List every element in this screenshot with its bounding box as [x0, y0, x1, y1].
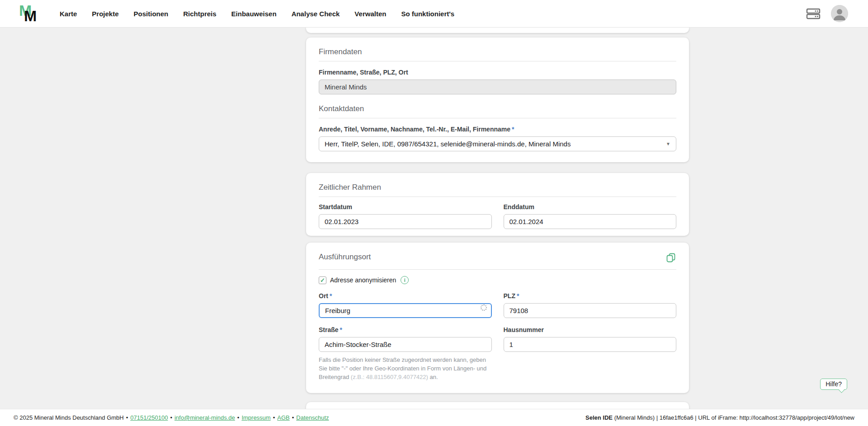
footer-link-datenschutz[interactable]: Datenschutz	[296, 414, 329, 421]
card-ausfuehrungsort: Ausführungsort ✓ Adresse anonymisieren i	[306, 243, 689, 393]
hausnummer-input[interactable]	[504, 337, 677, 352]
footer-left: © 2025 Mineral Minds Deutschland GmbH • …	[14, 414, 329, 421]
nav-item-so-funktionierts[interactable]: So funktioniert's	[401, 10, 454, 18]
form-content: Firmendaten Firmenname, Straße, PLZ, Ort…	[306, 28, 689, 415]
hausnummer-label: Hausnummer	[504, 326, 677, 334]
required-asterisk: *	[512, 126, 514, 133]
strasse-label: Straße*	[319, 326, 492, 334]
plz-label-text: PLZ	[504, 292, 515, 300]
nav-item-analyse-check[interactable]: Analyse Check	[292, 10, 340, 18]
server-icon[interactable]	[805, 5, 822, 22]
nav-item-positionen[interactable]: Positionen	[134, 10, 169, 18]
ort-input[interactable]	[319, 303, 492, 318]
contact-field-label: Anrede, Titel, Vorname, Nachname, Tel.-N…	[319, 126, 676, 133]
copy-icon[interactable]	[666, 253, 676, 265]
nav-item-richtpreis[interactable]: Richtpreis	[183, 10, 216, 18]
info-icon[interactable]: i	[401, 276, 409, 284]
startdatum-input[interactable]	[319, 214, 492, 229]
enddatum-input[interactable]	[504, 214, 677, 229]
checkmark-icon: ✓	[320, 277, 325, 283]
footer-separator: •	[237, 414, 240, 421]
hint-suffix: an.	[428, 374, 438, 380]
strasse-input[interactable]	[319, 337, 492, 352]
ort-field: Ort*	[319, 284, 492, 318]
anonymize-label[interactable]: Adresse anonymisieren	[330, 276, 396, 284]
divider	[319, 118, 676, 118]
mineral-minds-logo[interactable]: M M	[19, 2, 40, 25]
zeitraum-title: Zeitlicher Rahmen	[319, 183, 676, 192]
firmendaten-title: Firmendaten	[319, 47, 676, 56]
hint-example: (z.B.: 48.8115607,9.4077422)	[351, 374, 428, 380]
contact-select-value: Herr, TitelP, Selen, IDE, 0987/654321, s…	[325, 140, 571, 148]
plz-field: PLZ*	[504, 284, 677, 318]
kontaktdaten-title: Kontaktdaten	[319, 104, 676, 113]
help-button-label: Hilfe?	[826, 380, 842, 388]
footer-link-impressum[interactable]: Impressum	[241, 414, 270, 421]
footer-link-agb[interactable]: AGB	[277, 414, 289, 421]
ort-label: Ort*	[319, 292, 492, 300]
navbar: M M Karte Projekte Positionen Richtpreis…	[0, 0, 868, 28]
nav-item-karte[interactable]: Karte	[60, 10, 77, 18]
footer-separator: •	[273, 414, 275, 421]
contact-field-label-text: Anrede, Titel, Vorname, Nachname, Tel.-N…	[319, 126, 510, 133]
user-avatar[interactable]	[831, 5, 848, 22]
nav-item-verwalten[interactable]: Verwalten	[354, 10, 386, 18]
footer-copyright: © 2025 Mineral Minds Deutschland GmbH	[14, 414, 124, 421]
required-asterisk: *	[330, 292, 332, 300]
navbar-right	[805, 5, 848, 22]
info-icon-glyph: i	[404, 277, 406, 283]
plz-label: PLZ*	[504, 292, 677, 300]
nav-item-einbauweisen[interactable]: Einbauweisen	[231, 10, 277, 18]
main-nav: Karte Projekte Positionen Richtpreis Ein…	[60, 10, 454, 18]
strasse-hint: Falls die Position keiner Straße zugeord…	[319, 356, 492, 381]
anonymize-checkbox[interactable]: ✓	[319, 276, 326, 284]
contact-select[interactable]: Herr, TitelP, Selen, IDE, 0987/654321, s…	[319, 136, 676, 151]
chevron-down-icon: ▼	[666, 141, 670, 146]
footer-separator: •	[126, 414, 128, 421]
help-bubble-tail	[839, 387, 844, 393]
enddatum-field: Enddatum	[504, 197, 677, 229]
company-input[interactable]	[319, 80, 676, 94]
required-asterisk: *	[517, 292, 519, 300]
footer-separator: •	[170, 414, 172, 421]
plz-input[interactable]	[504, 303, 677, 318]
help-button[interactable]: Hilfe?	[820, 379, 847, 390]
footer-app-name: Selen IDE	[585, 414, 613, 421]
divider	[319, 269, 676, 270]
card-zeitlicher-rahmen: Zeitlicher Rahmen Startdatum Enddatum	[306, 173, 689, 236]
nav-item-projekte[interactable]: Projekte	[92, 10, 118, 18]
ort-label-text: Ort	[319, 292, 328, 300]
footer-link-phone[interactable]: 07151/250100	[130, 414, 168, 421]
footer-app-details: (Mineral Minds) | 16fae1ffc6a6 | URL of …	[613, 414, 854, 421]
ausfuehrungsort-title: Ausführungsort	[319, 253, 371, 262]
footer-link-email[interactable]: info@mineral-minds.de	[175, 414, 235, 421]
company-field-label: Firmenname, Straße, PLZ, Ort	[319, 69, 676, 76]
divider	[319, 61, 676, 61]
footer: © 2025 Mineral Minds Deutschland GmbH • …	[0, 409, 868, 426]
logo-m-black: M	[24, 8, 36, 23]
page: M M Karte Projekte Positionen Richtpreis…	[0, 0, 868, 426]
enddatum-label: Enddatum	[504, 203, 677, 211]
strasse-field: Straße*	[319, 318, 492, 352]
card-firmendaten: Firmendaten Firmenname, Straße, PLZ, Ort…	[306, 37, 689, 162]
startdatum-field: Startdatum	[319, 197, 492, 229]
hausnummer-field: Hausnummer	[504, 318, 677, 352]
anonymize-row: ✓ Adresse anonymisieren i	[319, 276, 676, 284]
footer-app-info: Selen IDE (Mineral Minds) | 16fae1ffc6a6…	[585, 414, 854, 421]
startdatum-label: Startdatum	[319, 203, 492, 211]
strasse-label-text: Straße	[319, 326, 339, 333]
loading-spinner-icon	[481, 304, 487, 311]
footer-separator: •	[292, 414, 294, 421]
required-asterisk: *	[340, 326, 342, 333]
card-partial-top	[306, 28, 689, 33]
